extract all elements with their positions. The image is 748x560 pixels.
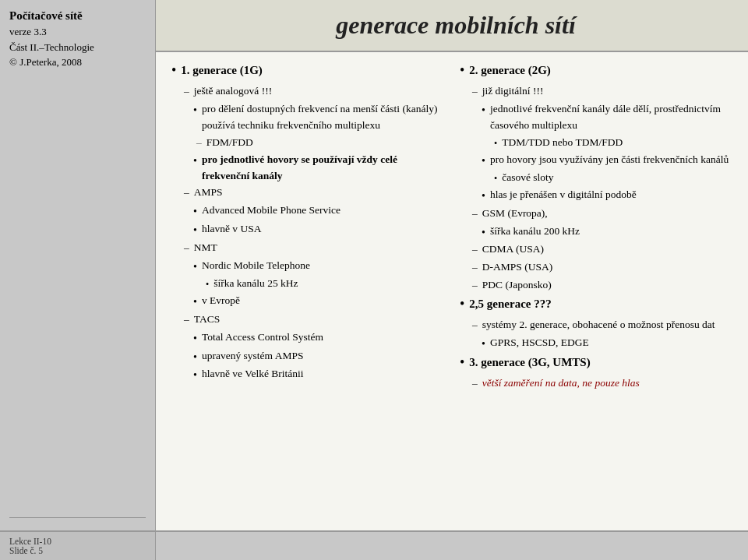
dash-digital: již digitální !!! [472, 83, 732, 100]
dash-nmt: NMT [184, 240, 444, 256]
sub-tdm: TDM/TDD nebo TDM/FDD [494, 135, 732, 151]
sidebar-title: Počítačové sítě [9, 8, 146, 24]
sub-fdm: FDM/FDD [196, 135, 444, 151]
bullet-nmt2: v Evropě [193, 293, 444, 311]
dash-gsm: GSM (Evropa), [472, 206, 732, 222]
bullet-r3: hlas je přenášen v digitální podobě [482, 187, 732, 205]
sidebar-part: Část II.–Technologie [9, 40, 146, 55]
page-title: generace mobilních sítí [179, 11, 732, 40]
bullet-nmt1: Nordic Mobile Telephone [193, 258, 444, 276]
col-right: 2. generace (2G) již digitální !!! jedno… [460, 62, 732, 521]
bullet-hovory: pro jednotlivé hovory se používají vždy … [193, 152, 444, 185]
bullet-gsm: šířka kanálu 200 kHz [482, 224, 732, 241]
dash-cdma: CDMA (USA) [472, 241, 732, 258]
bullet-amps1: Advanced Mobile Phone Service [193, 203, 444, 220]
sidebar: Počítačové sítě verze 3.3 Část II.–Techn… [0, 0, 156, 530]
dash-25: systémy 2. generace, obohacené o možnost… [472, 317, 732, 333]
dash-3: větší zaměření na data, ne pouze hlas [472, 375, 732, 392]
sidebar-bottom [9, 517, 146, 523]
gen25-heading: 2,5 generace ??? [460, 295, 732, 315]
bullet-tacs3: hlavně ve Velké Británii [193, 366, 444, 384]
sidebar-author: © J.Peterka, 2008 [9, 55, 146, 70]
dash-pdc: PDC (Japonsko) [472, 277, 732, 294]
col-left: 1. generace (1G) ještě analogová !!! pro… [171, 62, 444, 521]
dash-amps: AMPS [184, 185, 444, 201]
slide-info-text: Lekce II-10 Slide č. 5 [9, 537, 51, 555]
gen3-heading: 3. generace (3G, UMTS) [460, 354, 732, 374]
footer-slide-info: Lekce II-10 Slide č. 5 [0, 532, 156, 560]
bullet-25: GPRS, HSCSD, EDGE [482, 335, 732, 353]
main-content: generace mobilních sítí 1. generace (1G)… [156, 0, 748, 530]
page-header: generace mobilních sítí [156, 0, 748, 52]
footer-right [156, 532, 748, 560]
sidebar-version: verze 3.3 [9, 24, 146, 40]
bullet-tacs1: Total Access Control Systém [193, 329, 444, 347]
sub-nmt-sirkka: šířka kanálu 25 kHz [206, 276, 444, 292]
gen2-heading: 2. generace (2G) [460, 62, 732, 82]
bullet-r1: jednotlivé frekvenční kanály dále dělí, … [482, 101, 732, 134]
bullet-tacs2: upravený systém AMPS [193, 348, 444, 366]
bullet-amps2: hlavně v USA [193, 221, 444, 239]
footer-strip: Lekce II-10 Slide č. 5 [0, 530, 748, 560]
content-columns: 1. generace (1G) ještě analogová !!! pro… [156, 52, 748, 530]
dash-damps: D-AMPS (USA) [472, 259, 732, 276]
dash-tacs: TACS [184, 312, 444, 328]
gen1-heading: 1. generace (1G) [171, 62, 444, 82]
bullet-frek: pro dělení dostupných frekvencí na menší… [193, 101, 444, 134]
dash-analog: ještě analogová !!! [184, 83, 444, 100]
sub-casove: časové sloty [494, 170, 732, 186]
bullet-r2: pro hovory jsou využívány jen části frek… [482, 152, 732, 170]
